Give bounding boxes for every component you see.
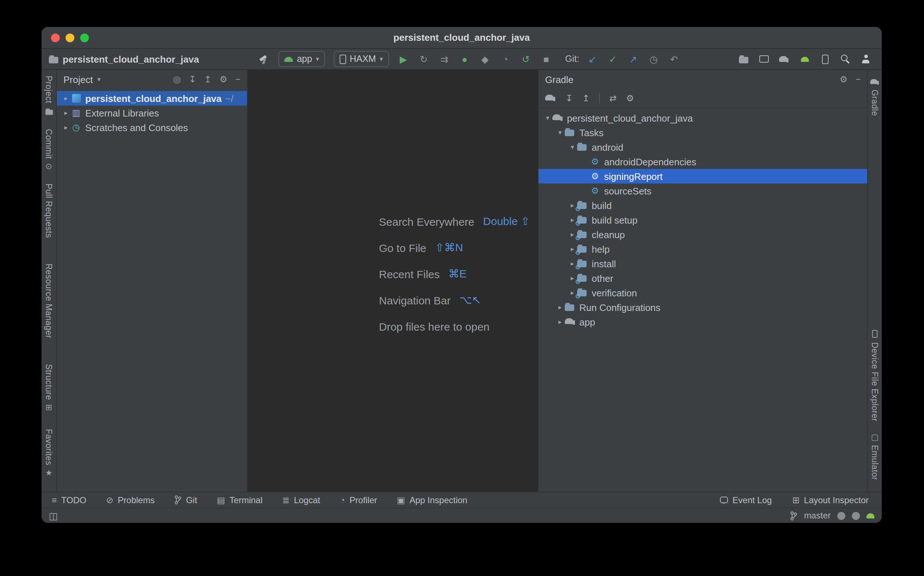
stripe-project-label: Project [45, 76, 53, 103]
layout-validation-button[interactable] [755, 51, 772, 67]
gradle-tree-item[interactable]: persistent_cloud_anchor_java [539, 111, 867, 125]
git-update-button[interactable]: ↙ [584, 51, 601, 67]
external-libraries-row[interactable]: External Libraries [57, 106, 247, 120]
gradle-collapse-all-button[interactable]: ↥ [582, 93, 590, 103]
gradle-toggle-offline-button[interactable]: ⇄ [609, 93, 616, 103]
gradle-tree-item[interactable]: app [539, 315, 867, 329]
apply-changes-button[interactable]: ⇉ [435, 51, 453, 67]
titlebar[interactable]: persistent_cloud_anchor_java [42, 27, 882, 49]
stripe-pull-requests[interactable]: Pull Requests [45, 184, 53, 238]
app-inspection-button[interactable]: ▣ App Inspection [397, 495, 467, 505]
close-button[interactable] [51, 33, 60, 42]
problems-button[interactable]: ⊘ Problems [106, 495, 155, 505]
gradle-tree-item[interactable]: androidDependencies [539, 154, 867, 169]
tree-item-label: sourceSets [604, 185, 651, 196]
chevron-down-icon[interactable]: ▾ [97, 76, 101, 83]
tree-chevron-icon[interactable] [555, 318, 565, 325]
git-branch-widget[interactable]: master [804, 510, 831, 521]
gradle-expand-all-button[interactable]: ↧ [565, 93, 573, 103]
stripe-gradle[interactable]: Gradle [869, 77, 880, 116]
gradle-sync-button[interactable] [775, 51, 793, 67]
profile-avatar-button[interactable] [857, 51, 874, 67]
tree-chevron-icon[interactable] [555, 304, 565, 311]
scratches-row[interactable]: Scratches and Consoles [57, 120, 247, 135]
project-breadcrumb[interactable]: persistent_cloud_anchor_java [49, 53, 199, 64]
gradle-settings-gear-button[interactable]: ⚙ [839, 74, 847, 85]
editor-area[interactable]: Search Everywhere Double ⇧ Go to File ⇧⌘… [248, 70, 538, 491]
todo-button[interactable]: ≡ TODO [52, 495, 87, 505]
tree-chevron-icon[interactable] [555, 129, 565, 136]
tool-windows-toggle-button[interactable]: ◫ [49, 511, 58, 520]
git-push-button[interactable]: ↗ [624, 51, 642, 67]
collapse-all-button[interactable]: ↥ [204, 74, 211, 85]
git-commit-button[interactable]: ✓ [604, 51, 622, 67]
expand-all-button[interactable]: ↧ [189, 74, 196, 85]
stripe-device-file-explorer[interactable]: Device File Explorer [870, 330, 879, 422]
zoom-button[interactable] [80, 33, 89, 42]
git-tool-button[interactable]: Git [174, 495, 197, 505]
stripe-structure[interactable]: Structure ⊞ [45, 364, 53, 412]
gradle-tree-item[interactable]: signingReport [539, 169, 867, 184]
stripe-project[interactable]: Project [44, 76, 54, 116]
run-config-selector[interactable]: app ▾ [279, 51, 325, 67]
build-button[interactable] [255, 51, 273, 67]
droid-status-icon[interactable] [866, 513, 874, 518]
minimize-button[interactable] [66, 33, 74, 42]
chevron-right-icon[interactable] [61, 124, 71, 131]
logcat-button[interactable]: ≣ Logcat [282, 495, 320, 505]
locate-file-button[interactable]: ◎ [173, 74, 181, 85]
avd-manager-button[interactable] [816, 51, 834, 67]
event-log-button[interactable]: Event Log [720, 495, 772, 505]
feedback-face-icon[interactable] [837, 512, 845, 520]
todo-icon: ≡ [52, 496, 57, 504]
profiler-button[interactable]: ◔ Profiler [340, 495, 377, 505]
attach-profiler-button[interactable]: ◆ [476, 51, 494, 67]
search-everywhere-button[interactable] [837, 51, 854, 67]
gradle-refresh-button[interactable] [545, 93, 556, 104]
feedback-face-icon-2[interactable] [852, 512, 860, 520]
git-history-button[interactable]: ◷ [645, 51, 663, 67]
hide-panel-button[interactable]: − [235, 74, 241, 85]
stripe-commit[interactable]: Commit ⊙ [45, 129, 53, 171]
profile-button[interactable]: ◔ [497, 51, 514, 67]
tree-chevron-icon[interactable] [568, 144, 577, 151]
gradle-tree-item[interactable]: install [539, 256, 867, 271]
stripe-resource-manager[interactable]: Resource Manager [45, 264, 53, 338]
stripe-emulator[interactable]: ▢ Emulator [870, 433, 879, 480]
device-selector[interactable]: HAXM ▾ [334, 51, 389, 67]
project-panel-title[interactable]: Project [63, 74, 93, 85]
gradle-tree-item[interactable]: Run Configurations [539, 300, 867, 315]
gradle-tree-item[interactable]: sourceSets [539, 184, 867, 198]
gradle-execute-task-button[interactable]: ⚙ [626, 93, 634, 103]
gradle-tree-item[interactable]: help [539, 242, 867, 256]
project-root-row[interactable]: persistent_cloud_anchor_java ~/ [57, 91, 247, 106]
hint-text: Navigation Bar [379, 294, 451, 306]
gradle-tree-item[interactable]: verification [539, 285, 867, 300]
stripe-favorites[interactable]: Favorites ★ [45, 429, 53, 477]
main-content: Project Commit ⊙ Pull Requests Resource … [42, 70, 882, 491]
chevron-right-icon[interactable] [61, 94, 71, 102]
sdk-manager-button[interactable] [796, 51, 813, 67]
gradle-tree-item[interactable]: build [539, 198, 867, 213]
layout-inspector-button[interactable]: ⊞ Layout Inspector [792, 495, 869, 505]
rerun-button[interactable]: ↻ [415, 51, 433, 67]
gradle-tree-item[interactable]: other [539, 271, 867, 285]
project-structure-button[interactable] [735, 51, 752, 67]
git-rollback-button[interactable]: ↶ [665, 51, 683, 67]
gradle-tree-item[interactable]: Tasks [539, 125, 867, 140]
branch-icon [790, 511, 797, 520]
settings-gear-button[interactable]: ⚙ [219, 74, 227, 85]
tree-chevron-icon[interactable] [543, 114, 552, 122]
run-button[interactable]: ▶ [395, 51, 412, 67]
terminal-button[interactable]: ▤ Terminal [217, 495, 262, 505]
gradle-tree-item[interactable]: build setup [539, 213, 867, 227]
gradle-tree-item[interactable]: cleanup [539, 227, 867, 242]
debug-button[interactable]: ● [456, 51, 473, 67]
gradle-tree-item[interactable]: android [539, 140, 867, 154]
todo-label: TODO [61, 495, 87, 505]
gradle-hide-panel-button[interactable]: − [855, 74, 861, 85]
chevron-right-icon[interactable] [61, 109, 71, 117]
apply-restart-button[interactable]: ↺ [517, 51, 534, 67]
stop-button[interactable]: ■ [537, 51, 555, 67]
tree-item-icon [577, 244, 588, 254]
